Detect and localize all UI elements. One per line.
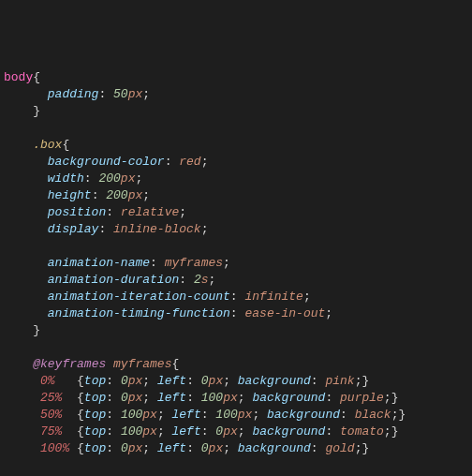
keyframes-body: 0% {top: 0px; left: 0px; background: pin… — [4, 374, 406, 455]
open-brace: { — [33, 70, 40, 84]
selector-box: .box — [33, 138, 62, 152]
box-rules-2: animation-name: myframes; animation-dura… — [4, 256, 332, 320]
body-rules: padding: 50px; — [4, 87, 150, 101]
box-rules-1: background-color: red; width: 200px; hei… — [4, 155, 208, 236]
close-brace: } — [33, 104, 40, 118]
keyframes-keyword: @keyframes — [33, 357, 106, 371]
selector-body: body — [4, 70, 33, 84]
code-editor[interactable]: body{ padding: 50px; } .box{ background-… — [0, 67, 472, 476]
keyframes-name: myframes — [113, 357, 171, 371]
